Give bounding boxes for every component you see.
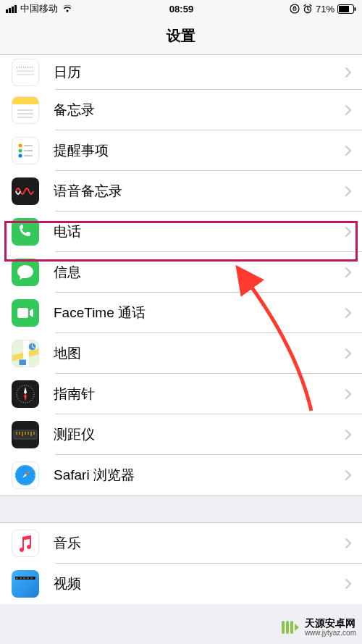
compass-icon [12,380,39,408]
settings-section-1: 日历 备忘录 提醒事项 语音备忘录 电话 信息 [0,55,362,495]
measure-icon [12,421,39,448]
row-measure[interactable]: 测距仪 [0,414,362,455]
row-facetime[interactable]: FaceTime 通话 [0,293,362,333]
chevron-right-icon [345,267,352,278]
chevron-right-icon [345,145,352,156]
svg-rect-3 [339,6,349,12]
settings-section-2: 音乐 视频 [0,523,362,604]
lock-rotation-icon [290,4,300,14]
chevron-right-icon [345,307,352,319]
reminders-icon [12,137,39,164]
row-label: 音乐 [54,534,345,553]
chevron-right-icon [345,226,352,238]
row-label: 测距仪 [54,425,345,444]
svg-rect-19 [19,360,25,366]
svg-point-12 [19,149,22,153]
chevron-right-icon [345,388,352,400]
row-safari[interactable]: Safari 浏览器 [0,455,362,495]
row-reminders[interactable]: 提醒事项 [0,130,362,171]
row-maps[interactable]: 地图 [0,333,362,374]
signal-icon [6,5,17,13]
facetime-icon [12,299,39,327]
svg-rect-38 [282,621,285,634]
svg-point-11 [19,144,22,148]
row-label: 电话 [54,222,345,241]
battery-icon [337,4,356,14]
row-label: 地图 [54,344,345,363]
row-calendar[interactable]: 日历 [0,55,362,90]
row-notes[interactable]: 备忘录 [0,90,362,130]
maps-icon [12,340,39,367]
nav-bar: 设置 [0,17,362,55]
chevron-right-icon [345,469,352,481]
chevron-right-icon [345,67,352,78]
row-messages[interactable]: 信息 [0,252,362,293]
svg-rect-36 [27,577,29,579]
svg-point-0 [290,4,299,13]
chevron-right-icon [345,104,352,116]
row-phone[interactable]: 电话 [0,212,362,252]
chevron-right-icon [345,348,352,359]
voice-memo-icon [12,177,39,205]
row-label: 日历 [54,63,345,82]
chevron-right-icon [345,429,352,440]
safari-icon [12,461,39,489]
watermark: 天源安卓网 www.jytyaz.com [279,616,356,638]
alarm-icon [303,4,313,14]
wifi-icon [62,4,73,13]
phone-icon [12,218,39,246]
row-label: Safari 浏览器 [54,466,345,485]
svg-rect-4 [355,7,356,11]
notes-icon [12,96,39,124]
row-label: 指南针 [54,385,345,403]
row-label: 备忘录 [54,101,345,120]
row-video[interactable]: 视频 [0,564,362,604]
calendar-icon [12,59,39,86]
svg-rect-35 [23,577,25,579]
status-bar: 中国移动 08:59 71% [0,0,362,17]
watermark-logo-icon [279,616,300,638]
svg-rect-37 [30,577,33,579]
svg-rect-17 [17,308,28,318]
chevron-right-icon [345,185,352,197]
svg-rect-39 [286,621,289,634]
battery-percent: 71% [316,4,334,14]
watermark-url: www.jytyaz.com [305,629,356,637]
svg-rect-33 [16,577,18,579]
row-compass[interactable]: 指南针 [0,374,362,414]
svg-rect-40 [290,621,293,634]
music-icon [12,530,39,557]
row-label: 提醒事项 [54,141,345,160]
row-label: 语音备忘录 [54,182,345,201]
chevron-right-icon [345,538,352,549]
video-icon [12,570,39,598]
time-label: 08:59 [169,4,193,14]
carrier-label: 中国移动 [20,2,58,15]
chevron-right-icon [345,578,352,590]
row-voicememo[interactable]: 语音备忘录 [0,171,362,212]
row-music[interactable]: 音乐 [0,523,362,564]
svg-rect-34 [20,577,22,579]
svg-point-13 [19,154,22,158]
watermark-title: 天源安卓网 [305,618,356,629]
page-title: 设置 [167,26,195,46]
row-label: FaceTime 通话 [54,304,345,322]
row-label: 视频 [54,574,345,593]
row-label: 信息 [54,263,345,282]
section-separator [0,495,362,523]
messages-icon [12,259,39,286]
